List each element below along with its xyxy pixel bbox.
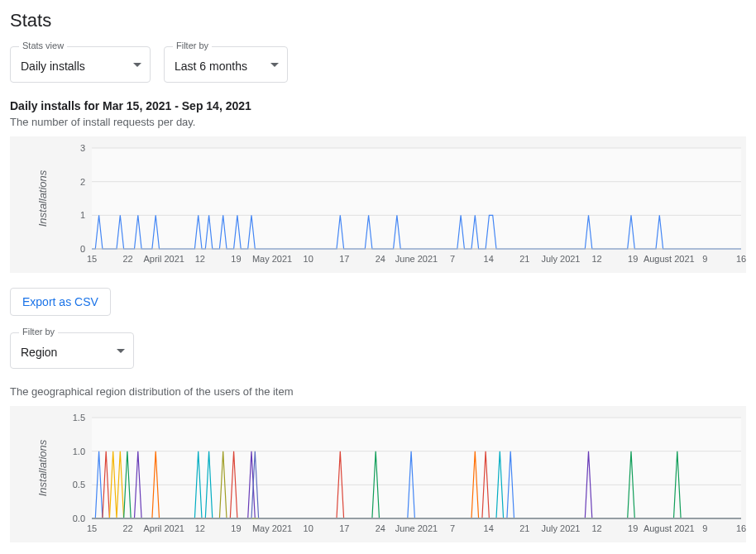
svg-text:June 2021: June 2021 [395, 523, 438, 533]
svg-text:July 2021: July 2021 [541, 254, 580, 264]
chevron-down-icon [270, 63, 279, 67]
svg-text:1: 1 [80, 210, 85, 220]
chart2-svg: 0.00.51.01.5Installations1522April 20211… [13, 411, 749, 539]
svg-text:July 2021: July 2021 [541, 523, 580, 533]
svg-text:9: 9 [702, 254, 707, 264]
svg-text:17: 17 [339, 523, 349, 533]
stats-view-select[interactable]: Stats view Daily installs [10, 46, 151, 83]
chevron-down-icon [117, 349, 125, 353]
svg-text:April 2021: April 2021 [143, 254, 184, 264]
svg-text:1.0: 1.0 [73, 447, 85, 456]
svg-text:19: 19 [628, 523, 638, 533]
region-filter-value: Region [21, 346, 57, 359]
region-filters: Filter by Region [10, 332, 746, 369]
stats-view-legend: Stats view [19, 41, 67, 50]
svg-text:1.5: 1.5 [73, 413, 85, 423]
svg-text:12: 12 [591, 523, 601, 533]
svg-text:Installations: Installations [36, 170, 49, 227]
svg-text:12: 12 [195, 254, 205, 264]
svg-text:19: 19 [628, 254, 638, 264]
date-filter-value: Last 6 months [175, 60, 247, 73]
svg-text:0.0: 0.0 [73, 513, 85, 523]
svg-text:16: 16 [736, 523, 746, 533]
svg-text:21: 21 [519, 254, 529, 264]
svg-text:24: 24 [376, 523, 385, 533]
top-filters: Stats view Daily installs Filter by Last… [10, 46, 746, 83]
stats-view-value: Daily installs [21, 60, 85, 73]
region-filter-legend: Filter by [19, 327, 58, 337]
svg-text:22: 22 [122, 254, 132, 264]
page-title: Stats [10, 10, 746, 31]
svg-text:22: 22 [122, 523, 132, 533]
export-csv-button[interactable]: Export as CSV [10, 288, 111, 316]
svg-text:August 2021: August 2021 [644, 523, 695, 533]
svg-text:12: 12 [591, 254, 601, 264]
svg-rect-0 [92, 148, 741, 249]
svg-text:12: 12 [195, 523, 205, 533]
svg-text:15: 15 [87, 523, 97, 533]
svg-text:Installations: Installations [36, 439, 49, 496]
date-filter-legend: Filter by [173, 41, 212, 50]
chart1-svg: 0123Installations1522April 20211219May 2… [13, 141, 749, 270]
svg-text:10: 10 [304, 523, 313, 533]
svg-text:June 2021: June 2021 [395, 254, 438, 264]
svg-text:19: 19 [231, 523, 241, 533]
svg-text:May 2021: May 2021 [252, 523, 292, 533]
region-filter-select[interactable]: Filter by Region [10, 332, 134, 369]
svg-text:August 2021: August 2021 [644, 254, 695, 264]
svg-text:April 2021: April 2021 [143, 523, 184, 533]
svg-text:14: 14 [484, 523, 494, 533]
svg-text:7: 7 [450, 254, 455, 264]
svg-text:0: 0 [80, 244, 85, 254]
svg-text:14: 14 [484, 254, 494, 264]
svg-text:7: 7 [450, 523, 455, 533]
chart2-container: 0.00.51.01.5Installations1522April 20211… [10, 406, 746, 542]
chart1-container: 0123Installations1522April 20211219May 2… [10, 136, 746, 273]
svg-text:16: 16 [736, 254, 746, 264]
svg-text:10: 10 [304, 254, 313, 264]
svg-text:24: 24 [376, 254, 385, 264]
chart1-title: Daily installs for Mar 15, 2021 - Sep 14… [10, 99, 746, 112]
svg-text:9: 9 [702, 523, 707, 533]
svg-text:15: 15 [87, 254, 97, 264]
chart1-subtitle: The number of install requests per day. [10, 116, 746, 128]
chevron-down-icon [133, 63, 141, 67]
date-filter-select[interactable]: Filter by Last 6 months [164, 46, 288, 83]
svg-text:19: 19 [231, 254, 241, 264]
svg-text:2: 2 [80, 177, 85, 187]
svg-text:3: 3 [80, 143, 85, 153]
svg-text:0.5: 0.5 [73, 480, 85, 490]
svg-text:17: 17 [339, 254, 349, 264]
chart2-subtitle: The geographical region distribution of … [10, 385, 746, 398]
svg-rect-30 [92, 418, 741, 518]
svg-text:21: 21 [519, 523, 529, 533]
svg-text:May 2021: May 2021 [252, 254, 292, 264]
